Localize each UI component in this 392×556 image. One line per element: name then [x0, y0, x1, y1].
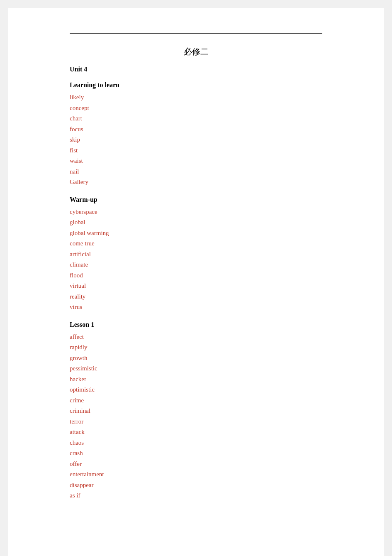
list-item: likely [70, 92, 322, 103]
list-item: Gallery [70, 177, 322, 188]
list-item: global warming [70, 228, 322, 239]
sections-container: Learning to learnlikelyconceptchartfocus… [70, 81, 322, 501]
list-item: virtual [70, 281, 322, 291]
list-item: focus [70, 124, 322, 135]
page-title: 必修二 [70, 46, 322, 57]
word-list-lesson-1: affectrapidlygrowthpessimistichackeropti… [70, 332, 322, 501]
section-heading-warm-up: Warm-up [70, 196, 322, 203]
list-item: crash [70, 448, 322, 459]
list-item: entertainment [70, 469, 322, 480]
unit-label: Unit 4 [70, 66, 322, 73]
list-item: growth [70, 353, 322, 364]
list-item: criminal [70, 406, 322, 416]
list-item: chart [70, 113, 322, 124]
list-item: optimistic [70, 385, 322, 395]
list-item: hacker [70, 374, 322, 385]
list-item: crime [70, 395, 322, 406]
list-item: flood [70, 270, 322, 281]
list-item: global [70, 217, 322, 228]
list-item: virus [70, 302, 322, 313]
list-item: concept [70, 103, 322, 114]
list-item: climate [70, 260, 322, 270]
list-item: come true [70, 238, 322, 249]
list-item: attack [70, 427, 322, 438]
section-heading-lesson-1: Lesson 1 [70, 321, 322, 328]
list-item: artificial [70, 249, 322, 260]
list-item: chaos [70, 438, 322, 448]
word-list-learning-to-learn: likelyconceptchartfocusskipfistwaistnail… [70, 92, 322, 188]
list-item: terror [70, 416, 322, 427]
list-item: offer [70, 459, 322, 470]
list-item: as if [70, 490, 322, 501]
list-item: disappear [70, 480, 322, 491]
section-heading-learning-to-learn: Learning to learn [70, 81, 322, 89]
list-item: skip [70, 135, 322, 145]
word-list-warm-up: cyberspaceglobalglobal warmingcome truea… [70, 207, 322, 313]
list-item: waist [70, 156, 322, 167]
list-item: nail [70, 167, 322, 177]
list-item: reality [70, 291, 322, 302]
list-item: rapidly [70, 342, 322, 353]
list-item: cyberspace [70, 207, 322, 218]
list-item: fist [70, 145, 322, 156]
top-divider [70, 33, 322, 34]
page: 必修二 Unit 4 Learning to learnlikelyconcep… [8, 8, 384, 556]
list-item: pessimistic [70, 363, 322, 374]
list-item: affect [70, 332, 322, 343]
